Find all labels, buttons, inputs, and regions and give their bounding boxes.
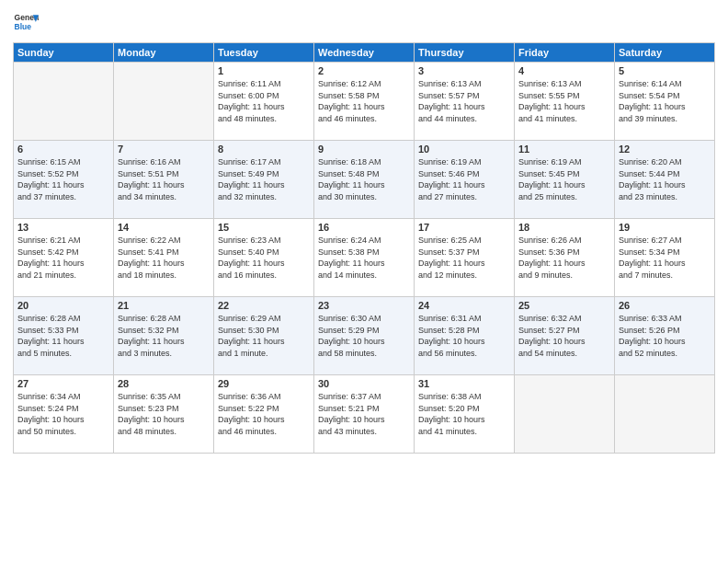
calendar-cell: 26Sunrise: 6:33 AM Sunset: 5:26 PM Dayli… xyxy=(615,297,715,375)
day-number: 13 xyxy=(17,222,109,233)
day-info: Sunrise: 6:30 AM Sunset: 5:29 PM Dayligh… xyxy=(318,313,410,359)
calendar-cell: 4Sunrise: 6:13 AM Sunset: 5:55 PM Daylig… xyxy=(515,63,615,141)
day-number: 18 xyxy=(518,222,610,233)
day-number: 14 xyxy=(118,222,210,233)
day-info: Sunrise: 6:31 AM Sunset: 5:28 PM Dayligh… xyxy=(418,313,510,359)
calendar-cell: 25Sunrise: 6:32 AM Sunset: 5:27 PM Dayli… xyxy=(515,297,615,375)
calendar-cell: 3Sunrise: 6:13 AM Sunset: 5:57 PM Daylig… xyxy=(415,63,515,141)
day-number: 28 xyxy=(118,378,210,389)
week-row-4: 20Sunrise: 6:28 AM Sunset: 5:33 PM Dayli… xyxy=(14,297,715,375)
day-number: 20 xyxy=(17,300,109,311)
calendar-cell: 30Sunrise: 6:37 AM Sunset: 5:21 PM Dayli… xyxy=(314,375,415,454)
day-info: Sunrise: 6:12 AM Sunset: 5:58 PM Dayligh… xyxy=(318,78,410,124)
day-info: Sunrise: 6:29 AM Sunset: 5:30 PM Dayligh… xyxy=(218,313,310,359)
day-info: Sunrise: 6:16 AM Sunset: 5:51 PM Dayligh… xyxy=(118,156,210,202)
day-number: 16 xyxy=(318,222,410,233)
day-number: 5 xyxy=(619,65,711,76)
day-number: 10 xyxy=(418,144,510,155)
weekday-header-row: SundayMondayTuesdayWednesdayThursdayFrid… xyxy=(14,43,715,63)
calendar-cell: 21Sunrise: 6:28 AM Sunset: 5:32 PM Dayli… xyxy=(114,297,214,375)
week-row-3: 13Sunrise: 6:21 AM Sunset: 5:42 PM Dayli… xyxy=(14,219,715,297)
day-number: 17 xyxy=(418,222,510,233)
day-number: 4 xyxy=(518,65,610,76)
weekday-header-wednesday: Wednesday xyxy=(314,43,415,63)
calendar-cell: 11Sunrise: 6:19 AM Sunset: 5:45 PM Dayli… xyxy=(515,141,615,219)
calendar-cell: 22Sunrise: 6:29 AM Sunset: 5:30 PM Dayli… xyxy=(214,297,314,375)
calendar-cell: 10Sunrise: 6:19 AM Sunset: 5:46 PM Dayli… xyxy=(415,141,515,219)
day-number: 31 xyxy=(418,378,510,389)
day-info: Sunrise: 6:24 AM Sunset: 5:38 PM Dayligh… xyxy=(318,235,410,281)
weekday-header-monday: Monday xyxy=(114,43,214,63)
week-row-2: 6Sunrise: 6:15 AM Sunset: 5:52 PM Daylig… xyxy=(14,141,715,219)
calendar-cell: 16Sunrise: 6:24 AM Sunset: 5:38 PM Dayli… xyxy=(314,219,415,297)
day-info: Sunrise: 6:11 AM Sunset: 6:00 PM Dayligh… xyxy=(218,78,310,124)
day-info: Sunrise: 6:28 AM Sunset: 5:32 PM Dayligh… xyxy=(118,313,210,359)
day-number: 30 xyxy=(318,378,410,389)
calendar-cell: 31Sunrise: 6:38 AM Sunset: 5:20 PM Dayli… xyxy=(415,375,515,454)
day-number: 27 xyxy=(17,378,109,389)
day-info: Sunrise: 6:35 AM Sunset: 5:23 PM Dayligh… xyxy=(118,391,210,437)
header: General Blue xyxy=(13,9,715,35)
day-number: 6 xyxy=(17,144,109,155)
logo-icon: General Blue xyxy=(13,9,39,35)
day-info: Sunrise: 6:20 AM Sunset: 5:44 PM Dayligh… xyxy=(619,156,711,202)
day-info: Sunrise: 6:18 AM Sunset: 5:48 PM Dayligh… xyxy=(318,156,410,202)
day-info: Sunrise: 6:37 AM Sunset: 5:21 PM Dayligh… xyxy=(318,391,410,437)
calendar-cell: 9Sunrise: 6:18 AM Sunset: 5:48 PM Daylig… xyxy=(314,141,415,219)
day-number: 23 xyxy=(318,300,410,311)
day-info: Sunrise: 6:19 AM Sunset: 5:45 PM Dayligh… xyxy=(518,156,610,202)
day-number: 29 xyxy=(218,378,310,389)
calendar-cell: 29Sunrise: 6:36 AM Sunset: 5:22 PM Dayli… xyxy=(214,375,314,454)
day-number: 7 xyxy=(118,144,210,155)
day-info: Sunrise: 6:13 AM Sunset: 5:55 PM Dayligh… xyxy=(518,78,610,124)
day-number: 2 xyxy=(318,65,410,76)
day-number: 21 xyxy=(118,300,210,311)
weekday-header-sunday: Sunday xyxy=(14,43,114,63)
calendar-cell xyxy=(114,63,214,141)
day-number: 15 xyxy=(218,222,310,233)
day-number: 8 xyxy=(218,144,310,155)
calendar-cell: 14Sunrise: 6:22 AM Sunset: 5:41 PM Dayli… xyxy=(114,219,214,297)
day-info: Sunrise: 6:34 AM Sunset: 5:24 PM Dayligh… xyxy=(17,391,109,437)
day-number: 12 xyxy=(619,144,711,155)
day-info: Sunrise: 6:36 AM Sunset: 5:22 PM Dayligh… xyxy=(218,391,310,437)
logo-area: General Blue xyxy=(13,9,39,35)
day-number: 3 xyxy=(418,65,510,76)
calendar-cell: 8Sunrise: 6:17 AM Sunset: 5:49 PM Daylig… xyxy=(214,141,314,219)
day-info: Sunrise: 6:28 AM Sunset: 5:33 PM Dayligh… xyxy=(17,313,109,359)
calendar-cell: 15Sunrise: 6:23 AM Sunset: 5:40 PM Dayli… xyxy=(214,219,314,297)
day-info: Sunrise: 6:33 AM Sunset: 5:26 PM Dayligh… xyxy=(619,313,711,359)
day-number: 25 xyxy=(518,300,610,311)
calendar-cell: 20Sunrise: 6:28 AM Sunset: 5:33 PM Dayli… xyxy=(14,297,114,375)
calendar-cell xyxy=(515,375,615,454)
calendar-cell: 13Sunrise: 6:21 AM Sunset: 5:42 PM Dayli… xyxy=(14,219,114,297)
day-info: Sunrise: 6:14 AM Sunset: 5:54 PM Dayligh… xyxy=(619,78,711,124)
week-row-1: 1Sunrise: 6:11 AM Sunset: 6:00 PM Daylig… xyxy=(14,63,715,141)
calendar-cell xyxy=(14,63,114,141)
calendar-cell xyxy=(615,375,715,454)
svg-text:Blue: Blue xyxy=(15,22,32,31)
calendar-cell: 28Sunrise: 6:35 AM Sunset: 5:23 PM Dayli… xyxy=(114,375,214,454)
day-number: 1 xyxy=(218,65,310,76)
day-info: Sunrise: 6:17 AM Sunset: 5:49 PM Dayligh… xyxy=(218,156,310,202)
calendar-table: SundayMondayTuesdayWednesdayThursdayFrid… xyxy=(13,42,715,454)
week-row-5: 27Sunrise: 6:34 AM Sunset: 5:24 PM Dayli… xyxy=(14,375,715,454)
page: General Blue SundayMondayTuesdayWednesda… xyxy=(0,0,728,563)
calendar-cell: 12Sunrise: 6:20 AM Sunset: 5:44 PM Dayli… xyxy=(615,141,715,219)
calendar-cell: 27Sunrise: 6:34 AM Sunset: 5:24 PM Dayli… xyxy=(14,375,114,454)
weekday-header-friday: Friday xyxy=(515,43,615,63)
calendar-cell: 5Sunrise: 6:14 AM Sunset: 5:54 PM Daylig… xyxy=(615,63,715,141)
day-number: 9 xyxy=(318,144,410,155)
day-number: 24 xyxy=(418,300,510,311)
day-info: Sunrise: 6:22 AM Sunset: 5:41 PM Dayligh… xyxy=(118,235,210,281)
day-info: Sunrise: 6:21 AM Sunset: 5:42 PM Dayligh… xyxy=(17,235,109,281)
day-info: Sunrise: 6:23 AM Sunset: 5:40 PM Dayligh… xyxy=(218,235,310,281)
day-info: Sunrise: 6:32 AM Sunset: 5:27 PM Dayligh… xyxy=(518,313,610,359)
day-info: Sunrise: 6:27 AM Sunset: 5:34 PM Dayligh… xyxy=(619,235,711,281)
calendar-cell: 6Sunrise: 6:15 AM Sunset: 5:52 PM Daylig… xyxy=(14,141,114,219)
day-number: 22 xyxy=(218,300,310,311)
day-number: 26 xyxy=(619,300,711,311)
calendar-cell: 23Sunrise: 6:30 AM Sunset: 5:29 PM Dayli… xyxy=(314,297,415,375)
calendar-cell: 2Sunrise: 6:12 AM Sunset: 5:58 PM Daylig… xyxy=(314,63,415,141)
day-info: Sunrise: 6:19 AM Sunset: 5:46 PM Dayligh… xyxy=(418,156,510,202)
